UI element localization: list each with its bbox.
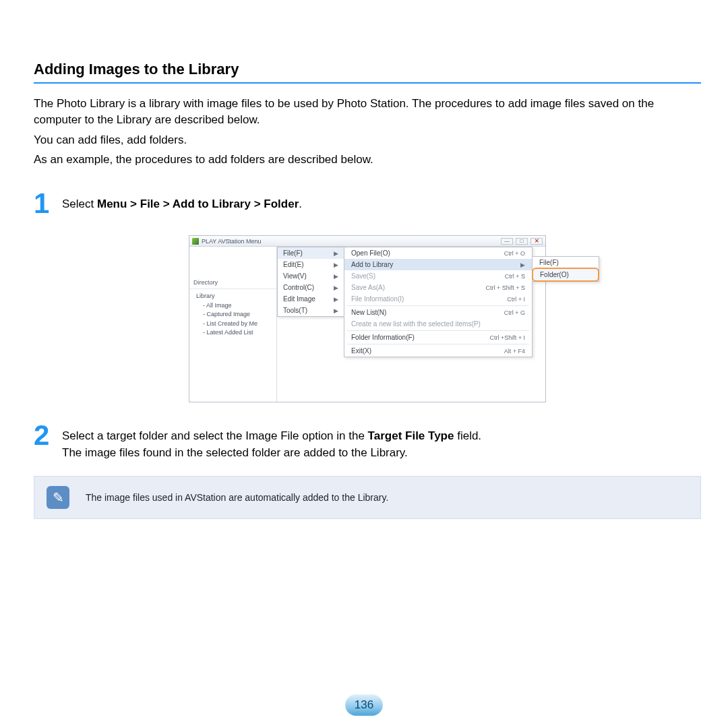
- menu-level-1: File(F)▶ Edit(E)▶ View(V)▶ Control(C)▶ E…: [277, 247, 344, 317]
- intro-block: The Photo Library is a library with imag…: [34, 96, 701, 168]
- menu-item-add-file[interactable]: File(F): [533, 257, 599, 268]
- menu-item-folder-information[interactable]: Folder Information(F)Ctrl +Shift + I: [344, 332, 532, 343]
- menu-item-edit-image[interactable]: Edit Image▶: [278, 293, 344, 305]
- step-2: 2 Select a target folder and select the …: [34, 425, 701, 461]
- tree-item[interactable]: - All Image: [196, 301, 270, 311]
- menu-item-add-folder[interactable]: Folder(O): [532, 268, 599, 282]
- note-box: ✎ The image files used in AVStation are …: [34, 476, 701, 519]
- minimize-button[interactable]: —: [501, 238, 513, 245]
- menu-separator: [347, 305, 529, 306]
- menu-level-3: File(F) Folder(O): [532, 256, 599, 282]
- tree-item[interactable]: - List Created by Me: [196, 320, 270, 329]
- section-title: Adding Images to the Library: [34, 61, 701, 84]
- window-title: PLAY AVStation Menu: [202, 238, 262, 245]
- menu-item-open-file[interactable]: Open File(O)Ctrl + O: [344, 247, 532, 259]
- chevron-right-icon: ▶: [334, 262, 338, 268]
- step-body: Select a target folder and select the Im…: [62, 425, 701, 461]
- intro-paragraph: The Photo Library is a library with imag…: [34, 96, 701, 128]
- menu-separator: [347, 330, 529, 331]
- menu-item-create-list-selected: Create a new list with the selected item…: [344, 318, 532, 330]
- menu-item-tools[interactable]: Tools(T)▶: [278, 305, 344, 316]
- step-text: The image files found in the selected fo…: [62, 445, 701, 462]
- chevron-right-icon: ▶: [334, 273, 338, 280]
- step-number: 1: [34, 189, 62, 218]
- close-button[interactable]: ✕: [530, 238, 543, 245]
- titlebar: PLAY AVStation Menu — □ ✕: [189, 236, 545, 247]
- screenshot: PLAY AVStation Menu — □ ✕ Directory Libr…: [34, 235, 701, 402]
- step-text: field.: [454, 429, 481, 442]
- intro-paragraph: You can add files, add folders.: [34, 132, 701, 148]
- menu-level-2: Open File(O)Ctrl + O Add to Library▶ Sav…: [344, 247, 533, 357]
- sidebar: Directory Library - All Image - Captured…: [189, 247, 277, 402]
- chevron-right-icon: ▶: [334, 250, 338, 257]
- note-icon: ✎: [47, 486, 69, 509]
- chevron-right-icon: ▶: [520, 262, 525, 268]
- menu-item-edit[interactable]: Edit(E)▶: [278, 259, 344, 270]
- menu-item-control[interactable]: Control(C)▶: [278, 282, 344, 293]
- step-text-bold: Menu > File > Add to Library > Folder: [97, 198, 299, 210]
- step-1: 1 Select Menu > File > Add to Library > …: [34, 193, 701, 218]
- app-logo-icon: [192, 238, 199, 245]
- tree-root[interactable]: Library: [196, 292, 270, 301]
- menu-item-view[interactable]: View(V)▶: [278, 270, 344, 282]
- step-text: Select a target folder and select the Im…: [62, 429, 368, 442]
- step-body: Select Menu > File > Add to Library > Fo…: [62, 193, 701, 213]
- sidebar-tree: Library - All Image - Captured Image - L…: [189, 289, 276, 340]
- menu-item-file[interactable]: File(F)▶: [278, 247, 344, 259]
- tree-item[interactable]: - Captured Image: [196, 310, 270, 320]
- menu-item-new-list[interactable]: New List(N)Ctrl + G: [344, 307, 532, 318]
- menu-item-add-to-library[interactable]: Add to Library▶: [344, 259, 532, 270]
- tree-item[interactable]: - Latest Added List: [196, 328, 270, 338]
- page-number-badge: 136: [345, 694, 383, 716]
- note-text: The image files used in AVStation are au…: [86, 492, 388, 503]
- step-text: .: [299, 198, 302, 210]
- intro-paragraph: As an example, the procedures to add fol…: [34, 152, 701, 168]
- chevron-right-icon: ▶: [334, 307, 338, 314]
- chevron-right-icon: ▶: [334, 296, 338, 303]
- step-text: Select: [62, 198, 97, 210]
- menu-separator: [347, 344, 529, 344]
- step-text-bold: Target File Type: [368, 429, 454, 442]
- step-number: 2: [34, 421, 62, 450]
- menu-item-save-as: Save As(A)Ctrl + Shift + S: [344, 282, 532, 293]
- app-window: PLAY AVStation Menu — □ ✕ Directory Libr…: [189, 235, 546, 402]
- maximize-button[interactable]: □: [516, 238, 528, 245]
- chevron-right-icon: ▶: [334, 284, 338, 291]
- menu-item-file-information: File Information(I)Ctrl + I: [344, 293, 532, 305]
- sidebar-heading: Directory: [189, 249, 276, 289]
- menu-item-save: Save(S)Ctrl + S: [344, 270, 532, 282]
- menu-item-exit[interactable]: Exit(X)Alt + F4: [344, 345, 532, 357]
